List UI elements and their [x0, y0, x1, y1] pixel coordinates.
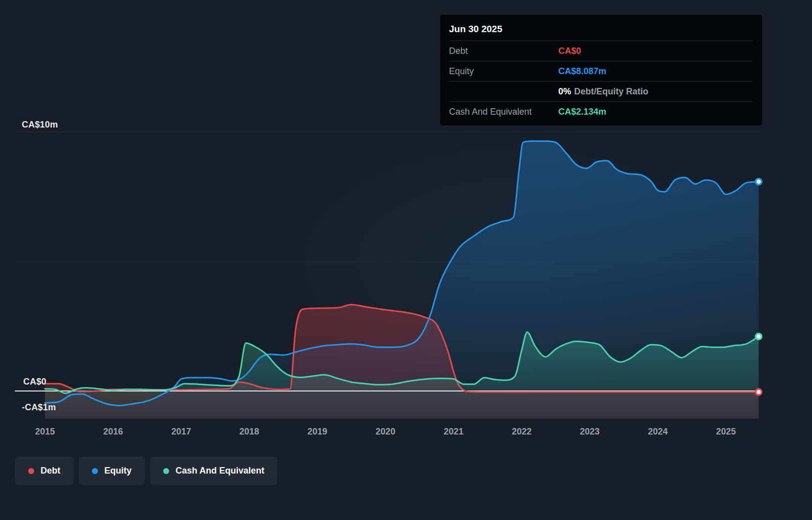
x-axis-label: 2017 — [171, 427, 191, 436]
tooltip-row-debt: Debt CA$0 — [449, 41, 753, 61]
x-axis-label: 2015 — [35, 427, 55, 436]
y-axis-label-neg1m: -CA$1m — [22, 402, 56, 413]
y-axis-label-zero: CA$0 — [23, 377, 46, 387]
tooltip-row-equity: Equity CA$8.087m — [449, 61, 753, 81]
cash-dot-icon — [163, 468, 169, 474]
tooltip-equity-label: Equity — [449, 65, 558, 77]
x-axis-label: 2021 — [444, 427, 463, 436]
chart-tooltip: Jun 30 2025 Debt CA$0 Equity CA$8.087m 0… — [440, 15, 762, 126]
x-axis-label: 2016 — [103, 427, 123, 436]
tooltip-ratio: 0%Debt/Equity Ratio — [558, 86, 648, 97]
legend-cash-label: Cash And Equivalent — [176, 466, 264, 476]
tooltip-row-cash: Cash And Equivalent CA$2.134m — [449, 101, 753, 122]
tooltip-ratio-value: 0% — [558, 87, 571, 96]
tooltip-equity-value: CA$8.087m — [558, 65, 606, 77]
endpoint-dot-debt — [756, 389, 762, 395]
x-axis-label: 2019 — [308, 427, 327, 436]
tooltip-debt-label: Debt — [449, 45, 558, 57]
tooltip-debt-value: CA$0 — [558, 45, 581, 57]
x-axis-label: 2024 — [648, 427, 668, 436]
tooltip-ratio-label: Debt/Equity Ratio — [574, 87, 648, 96]
endpoint-dot-equity — [756, 179, 762, 185]
legend-item-equity[interactable]: Equity — [79, 457, 145, 485]
tooltip-cash-value: CA$2.134m — [558, 106, 606, 118]
x-axis-label: 2020 — [375, 427, 395, 436]
chart-legend: Debt Equity Cash And Equivalent — [15, 457, 277, 485]
legend-equity-label: Equity — [104, 466, 132, 476]
tooltip-row-ratio: 0%Debt/Equity Ratio — [449, 81, 753, 101]
legend-item-cash[interactable]: Cash And Equivalent — [150, 457, 277, 485]
y-axis-label-10m: CA$10m — [22, 120, 58, 130]
x-axis-label: 2022 — [512, 427, 532, 436]
debt-dot-icon — [28, 468, 34, 474]
equity-dot-icon — [92, 468, 98, 474]
x-axis-label: 2018 — [239, 427, 259, 436]
legend-debt-label: Debt — [41, 466, 60, 476]
legend-item-debt[interactable]: Debt — [15, 457, 74, 485]
endpoint-dot-cash-and-equivalent — [756, 334, 762, 340]
tooltip-cash-label: Cash And Equivalent — [449, 106, 558, 118]
x-axis-label: 2023 — [580, 427, 600, 436]
x-axis-label: 2025 — [716, 427, 736, 436]
tooltip-date: Jun 30 2025 — [449, 20, 753, 41]
